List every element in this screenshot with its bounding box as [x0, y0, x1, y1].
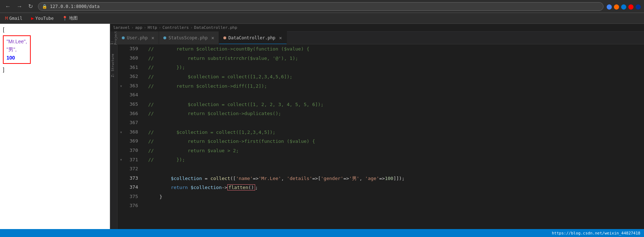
breadcrumb-file: DataController.php [194, 25, 237, 30]
code-line-368: // $collection = collect([1,2,3,4,5]); [148, 127, 644, 137]
gutter-360 [117, 54, 125, 63]
tab-user[interactable]: User.php × [117, 31, 159, 44]
gutter-371[interactable]: ▿ [117, 155, 125, 164]
code-line-365: // $collection = collect([1, 2, 2, 3, 4,… [148, 100, 644, 109]
youtube-icon: ▶ [31, 16, 34, 21]
tab-user-label: User.php [127, 35, 148, 40]
code-line-360: // return substr(strrchr($value, '@'), 1… [148, 54, 644, 63]
ln-375: 375 [125, 192, 141, 202]
ln-369: 369 [125, 137, 141, 146]
ln-361: 361 [125, 63, 141, 72]
code-line-361: // }); [148, 63, 644, 72]
ln-366: 366 [125, 109, 141, 118]
code-line-363: // return $collection->diff([1,2]); [148, 81, 644, 91]
back-button[interactable]: ← [3, 2, 13, 10]
ln-371: 371 [125, 155, 141, 164]
flatten-highlight: flatten() [227, 184, 255, 190]
gutter-368[interactable]: ▿ [117, 127, 125, 137]
bracket-close: ] [3, 67, 4, 73]
result-line3: 100 [7, 55, 15, 61]
gutter-375 [117, 192, 125, 202]
gutter-359 [117, 44, 125, 54]
tab-data[interactable]: DataController.php × [219, 31, 287, 44]
bookmark-youtube[interactable]: ▶ YouTube [29, 15, 56, 22]
ln-370: 370 [125, 146, 141, 155]
gutter-370 [117, 146, 125, 155]
ln-367: 367 [125, 118, 141, 128]
ext1-icon: ⬤ [628, 4, 634, 9]
code-line-370: // return $value > 2; [148, 146, 644, 155]
ln-363: 363 [125, 81, 141, 91]
status-url: https://blog.csdn.net/weixin_44827418 [552, 231, 640, 236]
code-line-369: // return $collection->first(function ($… [148, 137, 644, 146]
status-bar: https://blog.csdn.net/weixin_44827418 [0, 229, 644, 237]
bookmarks-bar: M Gmail ▶ YouTube 📍 地图 [0, 13, 644, 24]
address-bar[interactable]: 🔒 127.0.0.1:8000/data [38, 2, 604, 11]
tab-status-close[interactable]: × [211, 35, 214, 41]
code-line-366: // return $collection->duplicates(); [148, 109, 644, 118]
address-text: 🔒 127.0.0.1:8000/data [42, 4, 100, 9]
maps-icon: 📍 [62, 16, 68, 21]
ln-362: 362 [125, 72, 141, 82]
ln-374: 374 [125, 183, 141, 192]
breadcrumb-controllers: Controllers [163, 25, 189, 30]
chrome-icon: ⬤ [606, 4, 612, 9]
code-line-373: $collection = collect(['name'=>'Mr.Lee',… [148, 174, 644, 183]
ln-373: 373 [125, 174, 141, 183]
ide-main: laravel › app › Http › Controllers › Dat… [110, 24, 644, 229]
gutter-366 [117, 109, 125, 118]
gutter: ▿ ▿ ▿ [117, 44, 125, 229]
code-line-364 [148, 91, 644, 100]
code-line-375: } [148, 192, 644, 202]
bookmark-maps[interactable]: 📍 地图 [60, 14, 80, 22]
bookmark-youtube-label: YouTube [35, 16, 54, 21]
result-line1: "Mr.Lee", [7, 39, 27, 44]
bookmark-maps-label: 地图 [69, 15, 78, 21]
code-line-359: // return $collection->countBy(function … [148, 44, 644, 54]
ext2-icon: ⬤ [635, 4, 641, 9]
ide-container: [ "Mr.Lee", "男", 100 ] laravel › app › H… [0, 24, 644, 229]
tab-status-label: StatusScope.php [168, 35, 207, 40]
browser-output-panel: [ "Mr.Lee", "男", 100 ] [0, 24, 110, 229]
code-area[interactable]: // return $collection->countBy(function … [145, 44, 644, 229]
ln-365: 365 [125, 100, 141, 109]
refresh-button[interactable]: ↻ [26, 2, 35, 10]
project-panel-label: 1: Project [110, 31, 117, 45]
gmail-icon: M [5, 16, 8, 21]
gutter-363[interactable]: ▿ [117, 81, 125, 91]
code-line-374: return $collection->flatten(); [148, 183, 644, 192]
tab-user-close[interactable]: × [151, 35, 154, 41]
forward-button[interactable]: → [14, 2, 25, 10]
result-line2: "男", [7, 47, 17, 52]
tab-status[interactable]: StatusScope.php × [159, 31, 219, 44]
breadcrumb-http: Http [147, 25, 157, 30]
output-content: [ "Mr.Lee", "男", 100 ] [0, 24, 110, 229]
breadcrumb: laravel › app › Http › Controllers › Dat… [110, 24, 644, 32]
code-line-371: // }); [148, 155, 644, 164]
bookmark-gmail[interactable]: M Gmail [3, 15, 25, 22]
gutter-376 [117, 201, 125, 211]
breadcrumb-laravel: laravel [113, 25, 130, 30]
side-tab-structure[interactable]: Z: Structure [110, 52, 117, 79]
line-numbers: 359 360 361 362 363 364 365 366 367 368 … [125, 44, 145, 229]
tabs-bar: 1: Project User.php × StatusScope.php × … [110, 32, 644, 44]
tab-data-close[interactable]: × [279, 35, 282, 41]
code-line-362: // $collection = collect([1,2,3,4,5,6]); [148, 72, 644, 82]
tab-user-dot [122, 36, 125, 39]
gutter-374 [117, 183, 125, 192]
gutter-361 [117, 63, 125, 72]
json-result-box: "Mr.Lee", "男", 100 [3, 35, 31, 64]
browser-chrome: ← → ↻ 🔒 127.0.0.1:8000/data ⬤ ⬤ ⬤ ⬤ ⬤ [0, 0, 644, 13]
ln-372: 372 [125, 164, 141, 174]
code-line-376 [148, 201, 644, 211]
nav-buttons: ← → ↻ [3, 2, 35, 10]
edge-icon: ⬤ [621, 4, 627, 9]
tab-status-dot [163, 36, 166, 39]
ln-376: 376 [125, 201, 141, 211]
gutter-365 [117, 100, 125, 109]
bookmark-gmail-label: Gmail [9, 16, 22, 21]
gutter-373 [117, 174, 125, 183]
side-panel-toggle[interactable]: 1: Project [110, 31, 117, 44]
ln-364: 364 [125, 91, 141, 100]
breadcrumb-app: app [135, 25, 142, 30]
